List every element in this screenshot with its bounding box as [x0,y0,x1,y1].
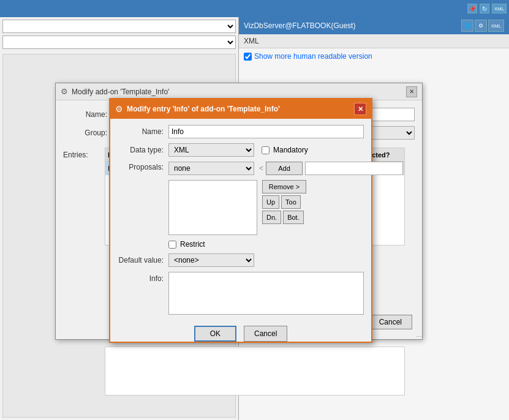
fg-proposals-row: Proposals: none < Add [118,162,364,175]
fg-add-area: < Add [259,162,403,175]
fg-datatype-select[interactable]: XML [168,143,254,157]
bg-gear-icon: ⚙ [61,87,68,96]
fg-dialog: ⚙ Modify entry 'Info' of add-on 'Templat… [109,98,372,343]
fg-cancel-btn[interactable]: Cancel [244,326,287,342]
fg-default-row: Default value: <none> [118,253,364,267]
right-panel-icons: 🌐 ⚙ XML [461,20,504,32]
bg-cancel-button[interactable]: Cancel [369,315,412,329]
fg-remove-btn[interactable]: Remove > [262,180,306,193]
fg-info-label: Info: [118,272,164,283]
server-title: VizDbServer@FLATBOOK(Guest) [244,21,355,30]
fg-add-btn[interactable]: Add [266,162,303,175]
fg-move-row1: Up Too [262,195,306,209]
fg-ok-btn[interactable]: OK [194,326,236,342]
fg-mandatory-label: Mandatory [273,146,308,154]
fg-info-textarea[interactable] [168,272,364,315]
left-dropdown-1[interactable] [2,20,236,33]
fg-add-arrow: < [259,164,263,173]
fg-restrict-row: Restrict [168,240,364,249]
show-readable-input[interactable] [244,53,252,61]
fg-default-select[interactable]: <none> [168,253,254,267]
refresh-icon[interactable]: ↻ [480,4,489,13]
bg-group-label: Group: [63,126,112,137]
xml-label: XML [239,34,509,48]
fg-proposals-area: none < Add [168,162,403,175]
fg-mandatory-row: Mandatory [262,146,308,154]
fg-dialog-titlebar: ⚙ Modify entry 'Info' of add-on 'Templat… [110,99,371,119]
fg-restrict-checkbox[interactable] [168,241,176,249]
fg-gear-icon: ⚙ [115,104,123,114]
top-bar: 📌 ↻ XML [0,0,509,17]
fg-dialog-body: Name: Data type: XML Mandatory Proposals… [110,119,371,321]
fg-info-row: Info: [118,272,364,315]
fg-add-input[interactable] [305,162,403,175]
fg-proposals-label: Proposals: [118,162,164,171]
panel-icon-2[interactable]: ⚙ [475,20,487,32]
bg-entries-label: Entries: [63,151,88,159]
xml-content: Show more human readable version [239,48,509,64]
fg-name-input[interactable] [168,125,364,138]
fg-dn-btn[interactable]: Dn. [262,211,281,224]
fg-bot-btn[interactable]: Bot. [283,211,304,224]
show-readable-label: Show more human readable version [254,52,372,61]
bg-info-textarea-area [105,347,405,396]
fg-proposals-list-area: Remove > Up Too Dn. Bot. [168,180,364,235]
fg-name-label: Name: [118,127,164,136]
panel-icon-1[interactable]: 🌐 [461,20,473,32]
right-panel-header: VizDbServer@FLATBOOK(Guest) 🌐 ⚙ XML [239,17,509,34]
fg-dialog-title-text: Modify entry 'Info' of add-on 'Template_… [127,105,280,113]
fg-up-btn[interactable]: Up [262,195,279,209]
fg-dialog-close-btn[interactable]: ✕ [354,103,366,115]
fg-default-label: Default value: [118,256,164,264]
fg-name-row: Name: [118,125,364,138]
fg-dialog-footer: OK Cancel [110,321,371,347]
fg-top-btn[interactable]: Too [281,195,301,209]
fg-datatype-label: Data type: [118,146,164,154]
bg-dialog-title-text: Modify add-on 'Template_Info' [72,88,169,96]
fg-move-row2: Dn. Bot. [262,211,306,224]
fg-proposals-list[interactable] [168,180,257,235]
show-readable-checkbox[interactable]: Show more human readable version [244,52,372,61]
pin-icon[interactable]: 📌 [467,4,477,13]
xml-icon[interactable]: XML [492,4,507,13]
fg-restrict-label: Restrict [180,240,205,249]
bg-dialog-close-btn[interactable]: ✕ [406,86,417,97]
resize-handle[interactable]: ⋯ [416,333,422,339]
panel-icon-xml[interactable]: XML [488,20,504,32]
fg-mandatory-checkbox[interactable] [262,146,270,154]
bg-name-label: Name: [63,108,112,119]
fg-proposals-select[interactable]: none [168,162,254,175]
left-dropdown-2[interactable] [2,36,236,49]
fg-proposals-buttons: Remove > Up Too Dn. Bot. [262,180,306,235]
fg-datatype-row: Data type: XML Mandatory [118,143,364,157]
